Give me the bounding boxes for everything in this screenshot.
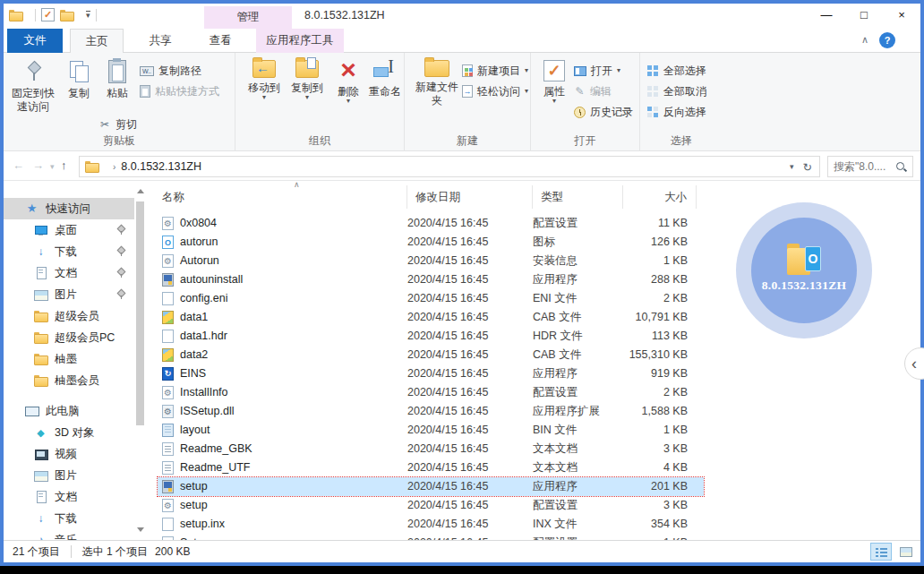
group-label-organize: 组织: [235, 133, 404, 149]
details-view-button[interactable]: [870, 543, 892, 561]
table-row[interactable]: config.eni 2020/4/15 16:45 ENI 文件 2 KB: [158, 289, 704, 308]
sidebar-item[interactable]: 柚墨: [4, 348, 134, 370]
close-button[interactable]: ×: [883, 4, 920, 29]
rename-button[interactable]: 重命名: [365, 60, 405, 99]
new-folder-button[interactable]: 新建文件夹: [414, 60, 460, 107]
easy-access-icon: [462, 85, 473, 98]
delete-button[interactable]: 删除 ▾: [331, 60, 365, 104]
table-row[interactable]: autorun 2020/4/15 16:45 图标 126 KB: [158, 233, 704, 252]
new-item-button[interactable]: 新建项目▾: [462, 62, 528, 80]
maximize-button[interactable]: □: [845, 4, 883, 29]
edit-button[interactable]: 编辑: [574, 82, 612, 100]
sidebar-item[interactable]: 视频: [4, 443, 134, 465]
thumbnail-view-button[interactable]: [895, 543, 917, 561]
table-row[interactable]: 0x0804 2020/4/15 16:45 配置设置 11 KB: [158, 214, 704, 233]
properties-check-icon[interactable]: [41, 8, 55, 21]
table-row[interactable]: layout 2020/4/15 16:45 BIN 文件 1 KB: [158, 421, 704, 440]
tab-application-tools[interactable]: 应用程序工具: [256, 29, 344, 53]
search-text: 搜索"8.0....: [834, 159, 895, 175]
select-none-button[interactable]: 全部取消: [647, 82, 706, 100]
scroll-down-icon[interactable]: [137, 527, 144, 532]
group-label-new: 新建: [405, 133, 530, 149]
copy-path-button[interactable]: 复制路径: [140, 62, 201, 80]
new-folder-icon[interactable]: [60, 9, 73, 21]
table-row[interactable]: data2 2020/4/15 16:45 CAB 文件 155,310 KB: [158, 346, 704, 364]
qat-customize-icon[interactable]: ▾: [86, 11, 90, 19]
up-arrow-icon[interactable]: ↑: [61, 158, 67, 172]
pin-to-quick-access-button[interactable]: 固定到快速访问: [7, 60, 59, 114]
move-to-button[interactable]: ← 移动到 ▾: [244, 60, 285, 100]
sidebar-item[interactable]: 下载: [4, 241, 134, 262]
table-row[interactable]: ISSetup.dll 2020/4/15 16:45 应用程序扩展 1,588…: [158, 402, 704, 421]
sidebar-item[interactable]: 图片: [4, 465, 134, 486]
search-input[interactable]: 搜索"8.0....: [827, 156, 913, 177]
sidebar-item[interactable]: 图片: [4, 284, 134, 305]
sidebar-item[interactable]: 文档: [4, 486, 134, 508]
table-row[interactable]: data1.hdr 2020/4/15 16:45 HDR 文件 113 KB: [158, 327, 704, 346]
properties-button[interactable]: 属性 ▾: [538, 60, 570, 104]
table-row[interactable]: EINS 2020/4/15 16:45 应用程序 919 KB: [158, 364, 704, 383]
sidebar-item-label: 柚墨: [55, 352, 134, 367]
table-row[interactable]: InstallInfo 2020/4/15 16:45 配置设置 2 KB: [158, 383, 704, 402]
file-rows: 0x0804 2020/4/15 16:45 配置设置 11 KB autoru…: [158, 214, 704, 540]
table-row[interactable]: setup.inx 2020/4/15 16:45 INX 文件 354 KB: [158, 515, 704, 534]
invert-selection-button[interactable]: 反向选择: [647, 103, 706, 121]
tab-share[interactable]: 共享: [134, 29, 186, 53]
table-row[interactable]: Readme_UTF 2020/4/15 16:45 文本文档 4 KB: [158, 458, 704, 477]
select-all-button[interactable]: 全部选择: [647, 62, 706, 80]
collapse-ribbon-icon[interactable]: ∧: [861, 34, 868, 46]
sidebar-item[interactable]: 下载: [4, 508, 134, 529]
sidebar-scrollbar[interactable]: [134, 182, 147, 540]
file-type: ENI 文件: [533, 289, 623, 308]
refresh-icon[interactable]: ↻: [803, 160, 812, 174]
back-arrow-icon[interactable]: ←: [13, 158, 24, 172]
folder-icon: [34, 353, 47, 365]
forward-arrow-icon[interactable]: →: [32, 158, 44, 172]
easy-access-button[interactable]: 轻松访问▾: [462, 82, 528, 100]
sidebar-item[interactable]: 文档: [4, 262, 134, 284]
eins-app-icon: [162, 367, 174, 381]
recent-locations-chevron-icon[interactable]: ▾: [50, 162, 55, 171]
scroll-up-icon[interactable]: [137, 189, 144, 193]
sidebar-item[interactable]: 音乐: [4, 529, 134, 540]
search-icon[interactable]: [895, 161, 907, 173]
help-icon[interactable]: ?: [879, 32, 895, 48]
paste-button[interactable]: 粘贴: [98, 60, 136, 100]
file-date: 2020/4/15 16:45: [407, 289, 533, 308]
file-type: HDR 文件: [533, 327, 623, 346]
history-button[interactable]: 历史记录: [574, 103, 633, 121]
breadcrumb-path[interactable]: 8.0.1532.131ZH: [121, 160, 201, 173]
pin-icon: [116, 226, 125, 236]
column-header-type[interactable]: 类型: [533, 185, 623, 209]
minimize-button[interactable]: —: [808, 4, 845, 29]
column-header-size[interactable]: 大小: [623, 185, 697, 209]
sidebar-item[interactable]: 桌面: [4, 219, 134, 241]
table-row[interactable]: Autorun 2020/4/15 16:45 安装信息 1 KB: [158, 252, 704, 270]
sidebar-item[interactable]: 柚墨会员: [4, 370, 134, 391]
column-header-date[interactable]: 修改日期: [407, 185, 533, 209]
sidebar-item[interactable]: 3D 对象: [4, 422, 134, 443]
sidebar-item[interactable]: 超级会员PC: [4, 327, 134, 348]
copy-to-button[interactable]: 复制到 ▾: [287, 60, 328, 100]
address-dropdown-chevron-icon[interactable]: ▾: [790, 162, 794, 171]
table-row[interactable]: data1 2020/4/15 16:45 CAB 文件 10,791 KB: [158, 308, 704, 327]
column-header-name[interactable]: 名称: [150, 185, 407, 209]
breadcrumb[interactable]: › 8.0.1532.131ZH ▾ ↻: [79, 156, 820, 177]
sidebar-item[interactable]: 超级会员: [4, 305, 134, 327]
sidebar-item[interactable]: 此电脑: [4, 400, 134, 422]
table-row[interactable]: setup 2020/4/15 16:45 配置设置 3 KB: [158, 496, 704, 515]
folder-icon[interactable]: [9, 9, 22, 21]
tab-view[interactable]: 查看: [195, 29, 245, 53]
scrollbar-thumb[interactable]: [136, 201, 144, 425]
table-row[interactable]: Setup 2020/4/15 16:45 配置设置 1 KB: [158, 534, 704, 540]
open-button[interactable]: 打开▾: [574, 62, 620, 80]
table-row[interactable]: Readme_GBK 2020/4/15 16:45 文本文档 3 KB: [158, 440, 704, 458]
cut-button[interactable]: 剪切: [98, 116, 137, 133]
tab-home[interactable]: 主页: [70, 29, 124, 54]
table-row[interactable]: autouninstall 2020/4/15 16:45 应用程序 288 K…: [158, 270, 704, 289]
copy-button[interactable]: 复制: [61, 60, 97, 100]
paste-shortcut-button[interactable]: 粘贴快捷方式: [140, 82, 219, 100]
sidebar-item[interactable]: 快速访问: [4, 198, 134, 219]
tab-file[interactable]: 文件: [7, 29, 63, 53]
table-row[interactable]: setup 2020/4/15 16:45 应用程序 201 KB: [158, 477, 704, 496]
